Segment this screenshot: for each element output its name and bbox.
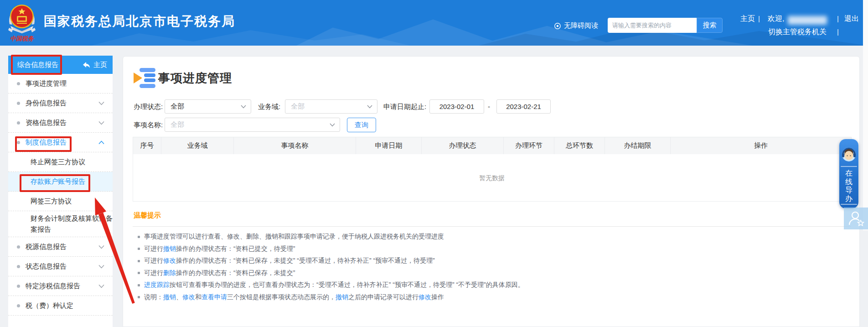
tip-text: 和: [195, 293, 202, 301]
widget-divider: [841, 204, 857, 205]
tip-line: 进度跟踪按钮可查看事项办理的进度，也可查看办理状态为：“受理不通过，待补齐补正”…: [134, 279, 524, 291]
tip-text: 、: [176, 293, 182, 301]
sidebar-item-label: 终止网签三方协议: [31, 158, 85, 166]
domain-filter-select[interactable]: 全部: [285, 99, 377, 114]
tip-text: 按钮可查看事项办理的进度，也可查看办理状态为：“受理不通过，待补齐补正” “预审…: [170, 281, 524, 288]
tip-text: 操作的办理状态有：“资料已保存，未提交” “受理不通过，待补齐补正” “预审不通…: [176, 257, 435, 264]
person-star-widget[interactable]: [844, 208, 868, 229]
accessibility-link[interactable]: 无障碍阅读: [554, 21, 598, 30]
page-title-icon: [134, 68, 155, 88]
tip-text: 三个按钮是根据事项状态动态展示的，: [227, 293, 336, 301]
back-arrow-icon: [83, 62, 90, 68]
separator: |: [837, 28, 839, 36]
tip-line: 说明：撤销、修改和查看申请三个按钮是根据事项状态动态展示的，撤销之后的申请记录可…: [134, 291, 524, 303]
table-header-cell: 办理状态: [422, 137, 504, 155]
app-header: 中国税务 国家税务总局北京市电子税务局 无障碍阅读 搜索 主页 | 欢迎, | …: [0, 0, 868, 46]
tip-text: 可进行: [144, 245, 163, 252]
sidebar-item-label: 身份信息报告: [26, 99, 67, 108]
online-guide-label: 在线导办: [839, 169, 858, 203]
home-link[interactable]: 主页: [740, 14, 755, 24]
date-separator: -: [488, 99, 490, 114]
results-table-body: 暂无数据: [133, 154, 851, 202]
sidebar-item-1[interactable]: 身份信息报告: [8, 93, 113, 113]
tip-line: 事项进度管理可以进行查看、修改、删除、撤销和跟踪事项申请记录，便于纳税人跟进税务…: [134, 230, 524, 243]
tip-text: 之后的申请记录可以进行: [348, 293, 418, 301]
date-from-input[interactable]: 2023-02-01: [429, 99, 484, 114]
tip-link[interactable]: 进度跟踪: [144, 281, 170, 288]
tips-list: 事项进度管理可以进行查看、修改、删除、撤销和跟踪事项申请记录，便于纳税人跟进税务…: [134, 230, 524, 303]
table-header-cell: 办结期限: [605, 137, 671, 155]
empty-state-text: 暂无数据: [133, 174, 851, 182]
table-header-cell: 事项名称: [234, 137, 356, 155]
table-header-cell: 申请日期: [356, 137, 422, 155]
tip-link[interactable]: 修改: [182, 293, 195, 301]
separator: |: [837, 15, 839, 22]
search-button[interactable]: 搜索: [697, 18, 723, 33]
sidebar-item-label: 状态信息报告: [26, 262, 67, 271]
tip-link[interactable]: 删除: [163, 269, 176, 276]
chevron-down-icon: [367, 105, 372, 109]
tip-link[interactable]: 撤销: [336, 293, 348, 301]
tip-line: 可进行修改操作的办理状态有：“资料已保存，未提交” “受理不通过，待补齐补正” …: [134, 254, 524, 267]
widget-divider: [841, 166, 857, 167]
tip-line: 可进行删除操作的办理状态有：“资料已保存，未提交”: [134, 267, 524, 279]
tip-text: 操作的办理状态有：“资料已保存，未提交”: [176, 269, 295, 276]
table-header-cell: 办理环节: [504, 137, 554, 155]
logout-link[interactable]: 退出: [844, 14, 859, 24]
bullet-dot-icon: [17, 304, 20, 307]
sidebar-home-link[interactable]: 主页: [83, 61, 107, 69]
page-title: 事项进度管理: [158, 70, 232, 86]
tip-link[interactable]: 撤销: [163, 293, 176, 301]
chevron-down-icon: [98, 101, 104, 105]
bullet-dot-icon: [17, 82, 20, 85]
sidebar-item-4[interactable]: 终止网签三方协议: [8, 152, 113, 172]
chevron-down-icon: [330, 123, 335, 127]
annotation-box-submenu: [20, 174, 90, 192]
sidebar-item-label: 税（费）种认定: [26, 301, 73, 310]
username-blurred: [788, 16, 827, 25]
switch-authority-link[interactable]: 切换主管税务机关: [768, 27, 827, 37]
tips-divider: [133, 226, 851, 227]
item-name-filter-select[interactable]: 全部: [165, 118, 340, 132]
eye-icon: [554, 22, 561, 30]
bullet-dot-icon: [17, 121, 20, 125]
bullet-dot-icon: [17, 265, 20, 268]
date-range-label: 申请日期起止:: [383, 99, 426, 114]
sidebar-item-0[interactable]: 事项进度管理: [8, 74, 113, 93]
tip-link[interactable]: 撤销: [163, 245, 176, 252]
tip-link[interactable]: 修改: [163, 257, 176, 264]
table-header-cell: 操作: [671, 137, 852, 155]
welcome-label: 欢迎,: [768, 14, 784, 24]
bullet-dot-icon: [17, 102, 20, 105]
person-star-icon: [847, 209, 865, 228]
site-title: 国家税务总局北京市电子税务局: [44, 13, 235, 30]
sidebar-item-label: 特定涉税信息报告: [26, 282, 80, 291]
search-input[interactable]: [608, 18, 697, 33]
date-to-input[interactable]: 2023-02-21: [496, 99, 551, 114]
bullet-dot-icon: [17, 285, 20, 288]
item-name-filter-label: 事项名称:: [134, 118, 163, 132]
svg-text:中国税务: 中国税务: [10, 35, 35, 42]
tip-text: 说明：: [144, 293, 163, 301]
query-button[interactable]: 查询: [347, 118, 376, 132]
tip-text: 事项进度管理可以进行查看、修改、删除、撤销和跟踪事项申请记录，便于纳税人跟进税务…: [144, 233, 444, 240]
sidebar-item-label: 资格信息报告: [26, 119, 67, 127]
page-scrollbar[interactable]: [863, 0, 868, 230]
customer-service-avatar: [841, 146, 857, 163]
chevron-down-icon: [241, 105, 246, 109]
tip-text: 操作的办理状态有：“资料已提交，待受理”: [176, 245, 295, 252]
table-header-cell: 业务域: [161, 137, 234, 155]
tip-text: 操作: [431, 293, 444, 301]
online-guide-widget[interactable]: 在线导办: [839, 139, 858, 208]
status-filter-label: 办理状态:: [134, 99, 163, 114]
table-header-cell: 总环节数: [554, 137, 605, 155]
tip-link[interactable]: 修改: [418, 293, 431, 301]
tip-link[interactable]: 查看申请: [202, 293, 227, 301]
sidebar-item-label: 事项进度管理: [26, 79, 67, 88]
annotation-box-category: [11, 55, 62, 75]
sidebar-item-2[interactable]: 资格信息报告: [8, 113, 113, 133]
status-filter-select[interactable]: 全部: [165, 99, 251, 114]
separator: |: [758, 15, 760, 22]
sidebar-item-label: 税源信息报告: [26, 243, 67, 251]
sidebar-item-label: 网签三方协议: [31, 197, 72, 206]
